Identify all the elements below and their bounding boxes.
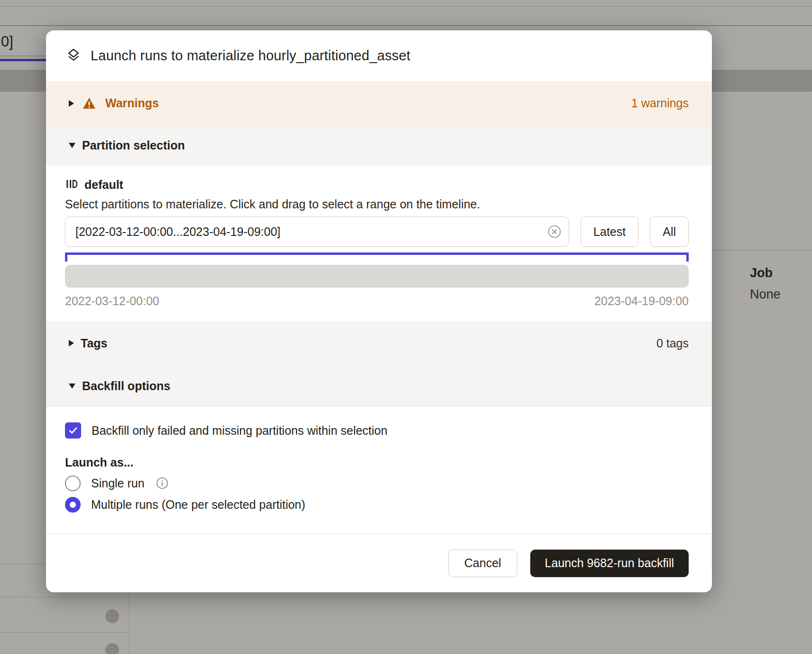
chevron-right-icon (69, 100, 74, 107)
partition-dimension-name: default (84, 178, 123, 192)
single-run-radio[interactable] (65, 476, 81, 491)
tags-count: 0 tags (656, 336, 689, 350)
timeline-end-date: 2023-04-19-09:00 (594, 294, 689, 308)
latest-button[interactable]: Latest (581, 216, 638, 247)
cancel-button[interactable]: Cancel (448, 550, 517, 577)
dialog-title: Launch runs to materialize hourly_partit… (91, 48, 410, 64)
multiple-runs-label: Multiple runs (One per selected partitio… (91, 498, 305, 512)
backfill-options-label: Backfill options (82, 379, 170, 393)
partition-selection-content: default Select partitions to materialize… (46, 165, 712, 322)
backfill-options-content: Backfill only failed and missing partiti… (46, 407, 712, 533)
dialog-header: Launch runs to materialize hourly_partit… (46, 30, 712, 81)
partition-help-text: Select partitions to materialize. Click … (65, 197, 689, 212)
dialog-footer: Cancel Launch 9682-run backfill (46, 533, 712, 592)
info-icon[interactable] (156, 477, 168, 489)
warnings-label: Warnings (105, 96, 159, 110)
partition-range-input-wrap (65, 216, 569, 247)
launch-as-label: Launch as... (65, 456, 689, 470)
asset-layers-icon (66, 47, 81, 65)
all-button[interactable]: All (650, 216, 689, 247)
chevron-right-icon (69, 340, 74, 346)
chevron-down-icon (69, 143, 75, 148)
backfill-only-failed-checkbox[interactable] (65, 422, 81, 439)
backfill-options-section-header[interactable]: Backfill options (46, 365, 712, 407)
partition-range-input[interactable] (65, 216, 569, 247)
launch-backfill-button[interactable]: Launch 9682-run backfill (530, 550, 689, 577)
warnings-section-header[interactable]: Warnings 1 warnings (46, 81, 712, 125)
tags-section-header[interactable]: Tags 0 tags (46, 322, 712, 364)
warning-triangle-icon (83, 97, 96, 110)
partition-timeline[interactable] (65, 265, 689, 288)
timeline-start-date: 2022-03-12-00:00 (65, 294, 159, 308)
partition-selection-label: Partition selection (82, 139, 185, 152)
launch-backfill-dialog: Launch runs to materialize hourly_partit… (46, 30, 712, 592)
partition-set-icon (65, 178, 78, 192)
clear-selection-icon[interactable] (547, 224, 562, 239)
warnings-count: 1 warnings (631, 96, 689, 110)
selected-range-bracket (65, 252, 689, 262)
chevron-down-icon (69, 383, 75, 389)
single-run-label: Single run (91, 476, 145, 490)
tags-label: Tags (81, 336, 108, 350)
backfill-only-failed-label: Backfill only failed and missing partiti… (92, 424, 388, 438)
multiple-runs-radio[interactable] (65, 497, 81, 513)
partition-selection-section-header[interactable]: Partition selection (46, 125, 712, 165)
